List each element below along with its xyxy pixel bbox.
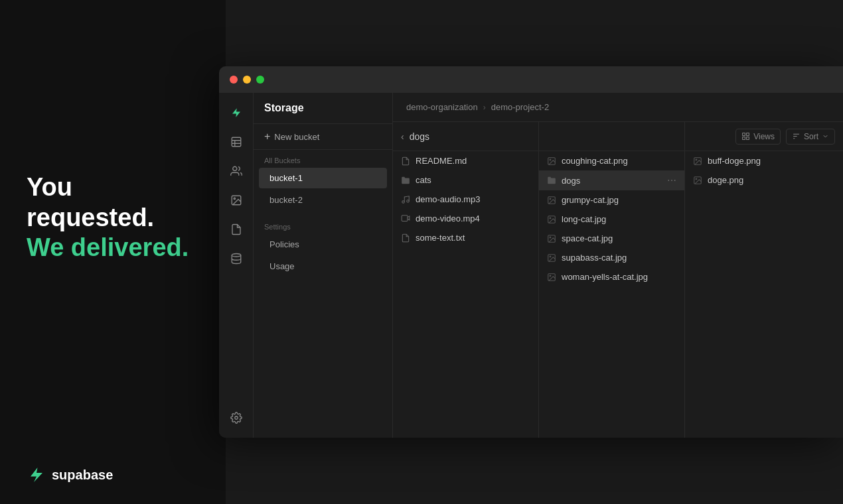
new-bucket-button[interactable]: + New bucket [254, 124, 392, 150]
file-name: demo-audio.mp3 [416, 194, 530, 204]
nav-panel: Storage + New bucket All Buckets bucket-… [254, 93, 393, 438]
svg-rect-26 [743, 137, 745, 140]
file-item[interactable]: grumpy-cat.jpg [539, 190, 684, 210]
sidebar-gear-icon[interactable] [224, 406, 248, 430]
more-icon[interactable]: ⋯ [667, 175, 676, 186]
svg-point-10 [407, 200, 410, 202]
breadcrumb-project[interactable]: demo-project-2 [491, 102, 549, 112]
svg-point-23 [550, 275, 551, 277]
sidebar [219, 93, 254, 438]
supabase-logo-icon [27, 466, 45, 484]
file-icon [401, 233, 410, 243]
file-item[interactable]: space-cat.jpg [539, 229, 684, 248]
sidebar-database-icon[interactable] [224, 247, 248, 271]
svg-point-8 [234, 416, 238, 420]
hero-section: You requested. We delivered. [0, 133, 226, 303]
image-icon [547, 253, 556, 263]
hero-line1: You requested. [27, 172, 199, 233]
svg-rect-0 [232, 137, 241, 147]
sidebar-users-icon[interactable] [224, 159, 248, 183]
column-2-header [539, 122, 684, 151]
sidebar-bolt-icon[interactable] [224, 101, 248, 125]
sort-button[interactable]: Sort [786, 129, 835, 145]
file-column-2: coughing-cat.png dogs ⋯ [539, 122, 685, 438]
file-item[interactable]: some-text.txt [393, 228, 538, 247]
svg-rect-27 [747, 137, 749, 140]
file-item[interactable]: doge.png [685, 170, 843, 190]
file-item[interactable]: demo-audio.mp3 [393, 190, 538, 209]
nav-bucket-2[interactable]: bucket-2 [259, 190, 387, 210]
main-content: demo-organization › demo-project-2 ‹ dog… [393, 93, 843, 438]
folder-icon [401, 176, 410, 185]
settings-section-label: Settings [254, 216, 392, 233]
file-name: doge.png [708, 175, 835, 185]
minimize-button[interactable] [243, 76, 251, 84]
video-icon [401, 214, 410, 223]
svg-point-6 [234, 198, 235, 199]
views-button[interactable]: Views [735, 129, 781, 145]
all-buckets-label: All Buckets [254, 150, 392, 167]
sidebar-file-icon[interactable] [224, 218, 248, 241]
file-name: buff-doge.png [708, 156, 835, 166]
svg-point-32 [696, 159, 697, 160]
svg-point-7 [232, 254, 241, 257]
svg-rect-24 [743, 133, 745, 136]
file-list-2: coughing-cat.png dogs ⋯ [539, 151, 684, 438]
file-name: some-text.txt [416, 233, 530, 243]
folder-icon [547, 176, 556, 185]
image-icon [693, 157, 702, 166]
plus-icon: + [264, 131, 270, 143]
close-button[interactable] [230, 76, 238, 84]
nav-title: Storage [254, 93, 392, 124]
file-list-1: README.md cats [393, 151, 538, 438]
breadcrumb: demo-organization › demo-project-2 [393, 93, 843, 122]
svg-point-21 [550, 256, 551, 257]
file-item[interactable]: README.md [393, 151, 538, 170]
svg-point-34 [696, 178, 697, 180]
file-name: long-cat.jpg [562, 214, 676, 224]
file-name: README.md [416, 156, 530, 166]
file-name: grumpy-cat.jpg [562, 195, 676, 205]
svg-point-9 [402, 200, 405, 203]
file-name: space-cat.jpg [562, 233, 676, 243]
svg-point-4 [232, 166, 236, 170]
maximize-button[interactable] [256, 76, 264, 84]
nav-usage[interactable]: Usage [259, 256, 387, 277]
image-icon [547, 196, 556, 205]
back-button[interactable]: ‹ [401, 131, 404, 142]
file-browser: ‹ dogs README.md [393, 122, 843, 438]
file-item[interactable]: long-cat.jpg [539, 210, 684, 229]
image-icon [693, 176, 702, 185]
chevron-down-icon [822, 133, 829, 140]
breadcrumb-org[interactable]: demo-organization [406, 102, 478, 112]
file-name: woman-yells-at-cat.jpg [562, 272, 676, 282]
svg-rect-11 [402, 215, 408, 221]
column-3-header: Views Sort [685, 122, 843, 151]
file-name: cats [416, 175, 530, 185]
image-icon [547, 234, 556, 243]
file-item[interactable]: buff-doge.png [685, 151, 843, 170]
file-item[interactable]: dogs ⋯ [539, 170, 684, 190]
supabase-branding: supabase [0, 446, 226, 504]
file-item[interactable]: supabass-cat.jpg [539, 248, 684, 267]
image-icon [547, 157, 556, 166]
breadcrumb-sep1: › [483, 103, 486, 112]
file-item[interactable]: coughing-cat.png [539, 151, 684, 170]
app-window: Storage + New bucket All Buckets bucket-… [219, 66, 843, 438]
views-label: Views [753, 132, 775, 141]
file-item[interactable]: woman-yells-at-cat.jpg [539, 267, 684, 286]
nav-policies[interactable]: Policies [259, 234, 387, 255]
nav-bucket-1[interactable]: bucket-1 [259, 168, 387, 188]
file-icon [401, 157, 410, 166]
column-1-header: ‹ dogs [393, 122, 538, 151]
file-name: supabass-cat.jpg [562, 253, 676, 263]
file-item[interactable]: cats [393, 170, 538, 190]
hero-line2: We delivered. [27, 233, 199, 263]
sidebar-image-icon[interactable] [224, 188, 248, 212]
file-item[interactable]: demo-video.mp4 [393, 209, 538, 228]
sidebar-table-icon[interactable] [224, 130, 248, 154]
sort-label: Sort [804, 132, 818, 141]
svg-point-19 [550, 237, 551, 238]
svg-point-13 [550, 159, 551, 160]
sort-icon [792, 132, 801, 141]
